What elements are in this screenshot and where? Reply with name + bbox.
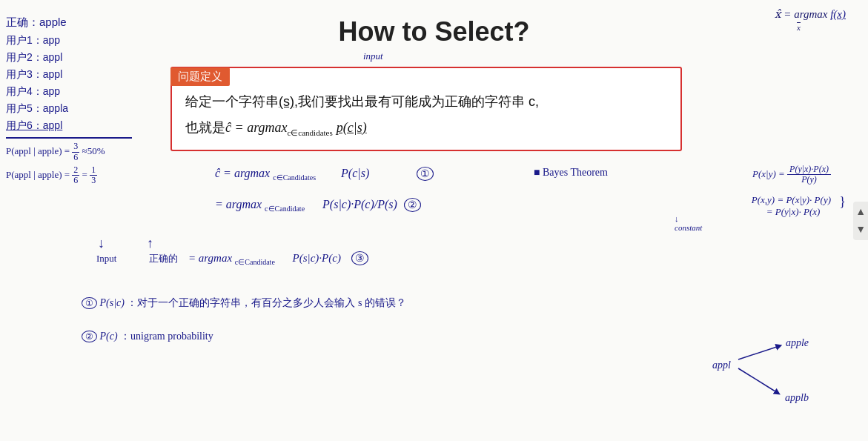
problem-text: 给定一个字符串(s),我们要找出最有可能成为正确的字符串 c, 也就是ĉ = a… [185,90,667,139]
bayes-formula2: P(x,y) = P(x|y)· P(y) = P(y|x)· P(x) } [752,194,831,218]
problem-label: 问题定义 [170,67,230,86]
bottom-item1: ① P(s|c) ：对于一个正确的字符串，有百分之多少人会输入 s 的错误？ [82,296,406,310]
svg-line-1 [738,368,778,393]
slide-up-arrow[interactable]: ▲ [855,206,866,218]
formula1: ĉ = argmax c∈Candidates P(c|s) ① [215,167,434,182]
formula3: Input 正确的 = argmax c∈Candidate P(s|c)·P(… [96,252,368,266]
prob1: P(appl | apple) = 36 ≈50% [6,142,132,162]
formula2: = argmax c∈Candidate P(s|c)·P(c)/P(s) ② … [215,198,421,213]
left-panel: 正确：apple 用户1：app 用户2：appl 用户3：appl 用户4：a… [6,13,132,185]
correct-label: 正确：apple [6,13,132,32]
user1: 用户1：app [6,32,132,49]
user5: 用户5：appla [6,100,132,117]
top-right-formula: x̂ = argmax f(x) x [775,7,846,33]
prob2: P(appl | apple) = 26 = 13 [6,165,132,185]
user2: 用户2：appl [6,49,132,66]
problem-line2: 也就是ĉ = argmaxc∈candidates p(c|s) [185,116,667,139]
bayes-title: ■ Bayes Theorem [534,167,608,179]
slide: How to Select? x̂ = argmax f(x) x 正确：app… [0,0,868,441]
bottom-item2: ② P(c) ：unigram probability [82,330,213,343]
user4: 用户4：app [6,83,132,100]
bayes-formula1: P(x|y) = P(y|x)·P(x) P(y) [752,165,831,185]
user3: 用户3：appl [6,66,132,83]
slide-title: How to Select? [338,16,529,47]
slide-controls[interactable]: ▲ ▼ [853,202,868,240]
slide-down-arrow[interactable]: ▼ [855,224,866,236]
svg-line-0 [738,346,779,359]
problem-line1: 给定一个字符串(s),我们要找出最有可能成为正确的字符串 c, [185,90,667,113]
bottom-right-diagram: appl apple applb [712,337,809,404]
problem-definition-box: 问题定义 给定一个字符串(s),我们要找出最有可能成为正确的字符串 c, 也就是… [170,67,682,151]
user6: 用户6：appl [6,117,132,134]
